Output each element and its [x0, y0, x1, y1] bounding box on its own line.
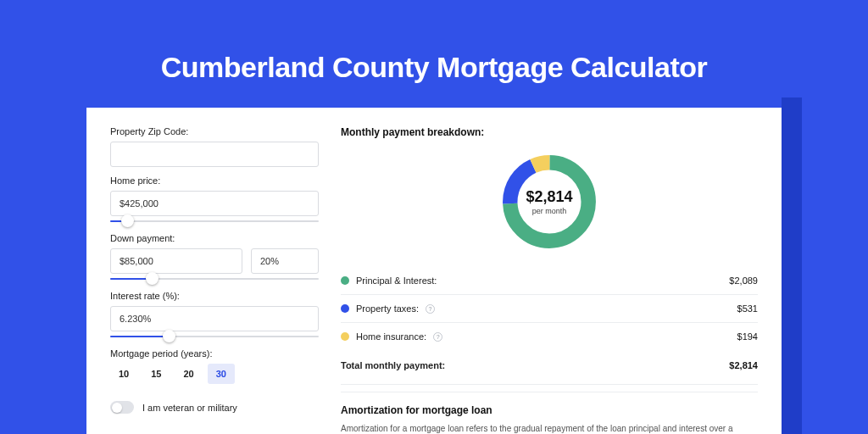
breakdown-label: Home insurance: — [356, 331, 426, 342]
form-column: Property Zip Code: Home price: Down paym… — [110, 126, 319, 434]
interest-rate-input[interactable] — [110, 306, 319, 331]
breakdown-column: Monthly payment breakdown: $2,814 per mo… — [341, 126, 758, 434]
zip-code-label: Property Zip Code: — [110, 126, 319, 136]
home-price-slider[interactable] — [110, 218, 319, 225]
veteran-toggle[interactable] — [110, 401, 134, 414]
swatch-icon — [341, 304, 349, 313]
swatch-icon — [341, 276, 349, 285]
home-price-label: Home price: — [110, 175, 319, 186]
veteran-label: I am veteran or military — [142, 403, 237, 413]
donut-center-sub: per month — [532, 207, 567, 215]
breakdown-row-1: Property taxes:?$531 — [341, 295, 758, 323]
info-icon[interactable]: ? — [433, 332, 442, 342]
interest-rate-slider[interactable] — [110, 333, 319, 340]
home-price-input[interactable] — [110, 191, 319, 216]
amortization-title: Amortization for mortgage loan — [341, 392, 758, 416]
total-label: Total monthly payment: — [341, 360, 445, 370]
total-amount: $2,814 — [729, 360, 758, 370]
breakdown-row-2: Home insurance:?$194 — [341, 323, 758, 350]
breakdown-row-0: Principal & Interest:$2,089 — [341, 267, 758, 295]
breakdown-amount: $2,089 — [729, 275, 758, 286]
breakdown-label: Property taxes: — [356, 303, 419, 314]
breakdown-amount: $194 — [737, 331, 758, 342]
zip-code-input[interactable] — [110, 142, 319, 167]
breakdown-amount: $531 — [737, 303, 758, 314]
down-payment-input[interactable] — [110, 248, 242, 274]
down-payment-pct-input[interactable] — [251, 248, 319, 274]
down-payment-label: Down payment: — [110, 233, 319, 243]
calculator-card: Property Zip Code: Home price: Down paym… — [86, 108, 782, 434]
breakdown-donut-chart: $2,814 per month — [498, 150, 601, 253]
period-option-15[interactable]: 15 — [142, 364, 170, 384]
period-option-20[interactable]: 20 — [175, 364, 203, 384]
info-icon[interactable]: ? — [426, 304, 435, 314]
period-option-10[interactable]: 10 — [110, 364, 137, 384]
page-title: Cumberland County Mortgage Calculator — [0, 0, 868, 108]
breakdown-label: Principal & Interest: — [356, 275, 437, 286]
mortgage-period-group: 10152030 — [110, 364, 319, 384]
down-payment-slider[interactable] — [110, 275, 319, 282]
period-option-30[interactable]: 30 — [208, 364, 235, 384]
interest-rate-label: Interest rate (%): — [110, 291, 319, 301]
swatch-icon — [341, 332, 349, 341]
donut-center-amount: $2,814 — [526, 188, 572, 206]
total-row: Total monthly payment: $2,814 — [341, 350, 758, 385]
amortization-text: Amortization for a mortgage loan refers … — [341, 423, 758, 434]
breakdown-title: Monthly payment breakdown: — [341, 126, 758, 138]
mortgage-period-label: Mortgage period (years): — [110, 348, 319, 359]
